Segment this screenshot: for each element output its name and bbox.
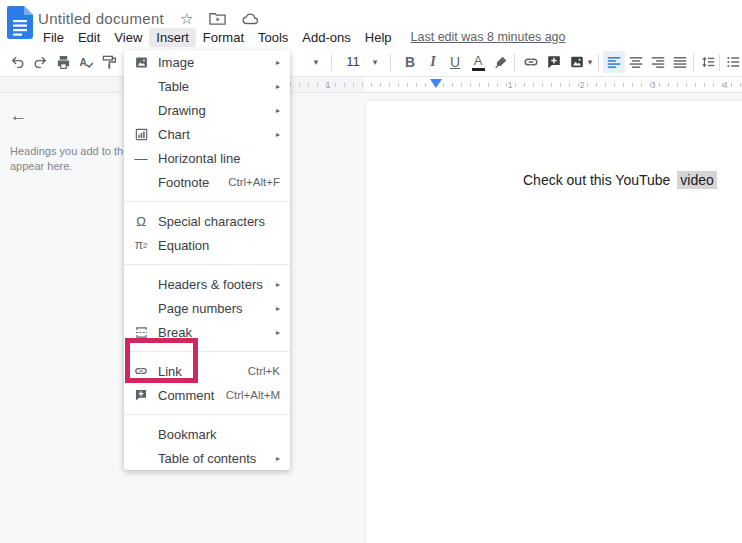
menu-item-image[interactable]: Image ▸ [124, 50, 290, 74]
ruler[interactable]: 1 1 2 3 4 [0, 77, 742, 93]
font-size-value[interactable]: 11 [341, 51, 365, 73]
menu-addons[interactable]: Add-ons [295, 28, 357, 47]
ruler-ticks [290, 83, 742, 87]
menu-tools[interactable]: Tools [251, 28, 295, 47]
insert-image-dropdown-icon[interactable]: ▾ [583, 51, 597, 73]
menu-format[interactable]: Format [196, 28, 251, 47]
submenu-arrow-icon: ▸ [276, 82, 280, 91]
align-right-button[interactable] [647, 51, 669, 73]
ruler-number: 2 [576, 80, 588, 90]
shortcut-label: Ctrl+Alt+M [226, 389, 280, 401]
omega-icon: Ω [124, 214, 158, 229]
selected-word[interactable]: video [677, 171, 716, 189]
image-icon [124, 55, 158, 70]
menu-item-chart[interactable]: Chart ▸ [124, 122, 290, 146]
shortcut-label: Ctrl+K [248, 365, 280, 377]
menu-item-comment[interactable]: Comment Ctrl+Alt+M [124, 383, 290, 407]
menu-item-table-of-contents[interactable]: Table of contents ▸ [124, 446, 290, 470]
menubar: File Edit View Insert Format Tools Add-o… [36, 27, 565, 47]
last-edit-link[interactable]: Last edit was 8 minutes ago [411, 30, 566, 44]
google-docs-logo-icon[interactable] [7, 6, 33, 39]
menu-item-headers-footers[interactable]: Headers & footers ▸ [124, 272, 290, 296]
menu-insert[interactable]: Insert [149, 28, 196, 47]
align-center-button[interactable] [625, 51, 647, 73]
menu-view[interactable]: View [107, 28, 149, 47]
undo-button[interactable] [6, 51, 28, 73]
document-text[interactable]: Check out this YouTube video [523, 172, 717, 188]
print-button[interactable] [52, 51, 74, 73]
google-docs-window: { "header": { "title": "Untitled documen… [0, 0, 742, 543]
svg-text:A: A [79, 56, 87, 67]
justify-button[interactable] [669, 51, 691, 73]
insert-menu: Image ▸ Table ▸ Drawing ▸ Chart ▸ — Hori… [124, 50, 290, 470]
italic-button[interactable]: I [422, 51, 444, 73]
menu-item-special-characters[interactable]: Ω Special characters [124, 209, 290, 233]
comment-icon [124, 388, 158, 402]
star-button[interactable]: ☆ [180, 11, 193, 26]
document-page[interactable] [365, 100, 742, 543]
toolbar-divider [693, 54, 694, 71]
menu-item-page-numbers[interactable]: Page numbers ▸ [124, 296, 290, 320]
text-color-bar [472, 68, 485, 71]
cloud-status-icon[interactable] [242, 12, 260, 25]
chart-icon [124, 127, 158, 142]
submenu-arrow-icon: ▸ [276, 130, 280, 139]
menu-item-equation[interactable]: π2 Equation [124, 233, 290, 257]
menu-item-footnote[interactable]: Footnote Ctrl+Alt+F [124, 170, 290, 194]
menu-divider [124, 201, 290, 202]
equation-icon: π2 [124, 238, 158, 252]
menu-divider [124, 264, 290, 265]
line-spacing-button[interactable] [697, 51, 719, 73]
indent-marker[interactable] [430, 79, 442, 88]
paint-format-button[interactable] [98, 51, 120, 73]
menu-help[interactable]: Help [358, 28, 399, 47]
align-left-button[interactable] [603, 51, 625, 73]
menu-item-bookmark[interactable]: Bookmark [124, 422, 290, 446]
menu-divider [124, 414, 290, 415]
submenu-arrow-icon: ▸ [276, 58, 280, 67]
toolbar-divider [331, 54, 332, 71]
horizontal-line-icon: — [124, 151, 158, 166]
ruler-number: 1 [504, 80, 516, 90]
menu-item-table[interactable]: Table ▸ [124, 74, 290, 98]
annotation-highlight-rect [125, 338, 198, 383]
toolbar-divider [598, 54, 599, 71]
redo-button[interactable] [29, 51, 51, 73]
insert-link-button[interactable] [520, 51, 542, 73]
spell-check-button[interactable]: A [75, 51, 97, 73]
submenu-arrow-icon: ▸ [276, 454, 280, 463]
shortcut-label: Ctrl+Alt+F [228, 176, 280, 188]
toolbar-divider [719, 54, 720, 71]
submenu-arrow-icon: ▸ [276, 106, 280, 115]
submenu-arrow-icon: ▸ [276, 304, 280, 313]
menu-file[interactable]: File [36, 28, 71, 47]
menu-item-horizontal-line[interactable]: — Horizontal line [124, 146, 290, 170]
document-title[interactable]: Untitled document [38, 10, 164, 27]
submenu-arrow-icon: ▸ [276, 328, 280, 337]
menu-edit[interactable]: Edit [71, 28, 107, 47]
ruler-number: 1 [322, 80, 334, 90]
text-color-button[interactable]: A [467, 51, 489, 73]
highlight-color-button[interactable] [490, 51, 512, 73]
outline-hint: Headings you add to the document will ap… [10, 144, 127, 174]
toolbar-divider [514, 54, 515, 71]
toolbar-divider [390, 54, 391, 71]
toolbar: A ▾ 11 ▾ B I U A ▾ ▾ [0, 48, 742, 77]
menu-item-drawing[interactable]: Drawing ▸ [124, 98, 290, 122]
move-folder-button[interactable] [209, 11, 226, 26]
font-dropdown-arrow-icon[interactable]: ▾ [309, 51, 323, 73]
list-dropdown-icon[interactable]: ▾ [737, 51, 742, 73]
bold-button[interactable]: B [399, 51, 421, 73]
font-size-dropdown-icon[interactable]: ▾ [368, 51, 382, 73]
document-text-before: Check out this YouTube [523, 172, 670, 188]
header: Untitled document ☆ File Edit View Inser… [0, 0, 742, 48]
outline-close-button[interactable]: ← [10, 106, 27, 126]
ruler-number: 3 [647, 80, 659, 90]
submenu-arrow-icon: ▸ [276, 280, 280, 289]
add-comment-button[interactable] [543, 51, 565, 73]
underline-button[interactable]: U [444, 51, 466, 73]
ruler-number: 4 [719, 80, 731, 90]
